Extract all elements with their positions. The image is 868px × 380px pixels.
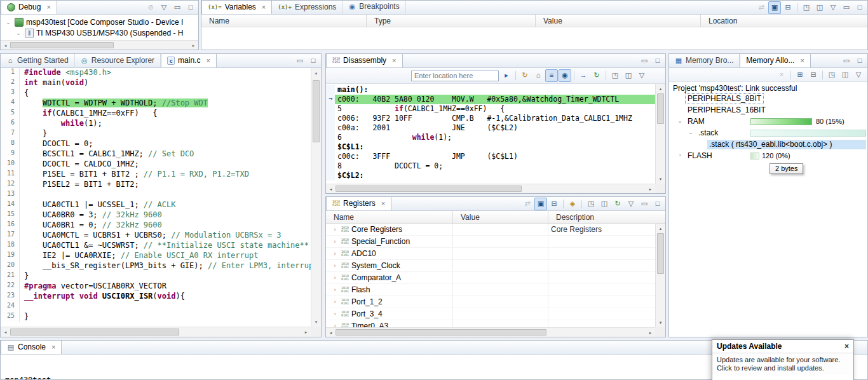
scroll-left-button[interactable]: ◂ bbox=[1, 327, 10, 337]
memory-tree-item[interactable]: .stack ( rts430_eabi.lib<boot.c.obj> ) bbox=[669, 139, 867, 151]
scrollbar-track[interactable] bbox=[336, 328, 646, 337]
tab-registers[interactable]: 10100101 Registers × bbox=[326, 196, 391, 210]
minimize-icon[interactable]: ▭ bbox=[840, 55, 853, 67]
scrollbar-track[interactable] bbox=[10, 327, 301, 337]
expander-icon[interactable]: › bbox=[331, 224, 339, 235]
memory-tree-item[interactable]: ⌄RAM80 (15%) bbox=[669, 116, 867, 128]
tab-variables[interactable]: (x)=Variables× bbox=[201, 0, 272, 14]
scroll-right-button[interactable]: ▸ bbox=[301, 327, 311, 337]
close-icon[interactable]: × bbox=[392, 57, 396, 64]
go-to-location-button[interactable]: ▸ bbox=[500, 69, 513, 82]
scrollbar-thumb[interactable] bbox=[657, 233, 664, 274]
pin-view-icon[interactable]: ▣ bbox=[534, 198, 547, 210]
sync-with-pc-icon[interactable]: ◉ bbox=[559, 69, 571, 82]
tab-breakpoints[interactable]: ◉Breakpoints bbox=[342, 0, 405, 13]
view-menu-icon[interactable]: ▽ bbox=[635, 69, 648, 82]
maximize-icon[interactable]: □ bbox=[184, 1, 197, 14]
expander-icon[interactable]: › bbox=[331, 236, 339, 247]
minimize-icon[interactable]: ▭ bbox=[294, 55, 306, 67]
expander-icon[interactable]: › bbox=[676, 152, 684, 158]
scroll-up-button[interactable]: ▴ bbox=[656, 84, 665, 93]
scrollbar-thumb[interactable] bbox=[10, 42, 114, 48]
debug-tree-item[interactable]: ⌄msp430test [Code Composer Studio - Devi… bbox=[1, 17, 198, 27]
scrollbar-track[interactable] bbox=[656, 233, 665, 318]
expander-icon[interactable]: › bbox=[331, 320, 339, 327]
scrollbar-thumb[interactable] bbox=[336, 186, 522, 192]
scrollbar-track[interactable] bbox=[336, 184, 646, 193]
register-group-row[interactable]: ›10100101Timer0_A3 bbox=[326, 320, 655, 327]
close-icon[interactable]: × bbox=[46, 3, 50, 11]
maximize-icon[interactable]: □ bbox=[853, 1, 866, 14]
minimize-icon[interactable]: ▭ bbox=[171, 1, 184, 14]
debug-launch-tree[interactable]: ⌄msp430test [Code Composer Studio - Devi… bbox=[1, 15, 198, 38]
scroll-left-button[interactable]: ◂ bbox=[326, 184, 336, 193]
tab-memory-bro[interactable]: ▦Memory Bro... bbox=[669, 54, 740, 67]
show-logical-structure-icon[interactable]: ⇄ bbox=[755, 1, 768, 14]
expander-icon[interactable]: ⌄ bbox=[15, 30, 22, 36]
close-icon[interactable]: × bbox=[51, 343, 55, 351]
expander-icon[interactable]: ⌄ bbox=[4, 19, 12, 25]
close-icon[interactable]: × bbox=[800, 57, 804, 64]
register-group-row[interactable]: ›10100101Special_Function bbox=[326, 236, 655, 248]
expander-icon[interactable]: ⌄ bbox=[676, 118, 684, 124]
scroll-down-button[interactable]: ▾ bbox=[656, 318, 665, 327]
expand-all-icon[interactable]: ⊞ bbox=[794, 69, 806, 81]
collapse-all-icon[interactable]: ⊟ bbox=[782, 1, 794, 14]
memory-tree-item[interactable]: PERIPHERALS_16BIT bbox=[669, 105, 867, 116]
link-with-debug-icon[interactable]: ⇄ bbox=[521, 198, 534, 210]
close-icon[interactable]: × bbox=[262, 3, 266, 11]
scroll-up-button[interactable]: ▴ bbox=[656, 224, 665, 233]
location-input[interactable] bbox=[411, 71, 499, 81]
vertical-scrollbar[interactable]: ▴ ▾ bbox=[655, 84, 665, 184]
view-menu-icon[interactable]: ▽ bbox=[827, 1, 839, 14]
debug-tree-item[interactable]: ⌄∥TI MSP430 USB1/MSP430 (Suspended - H bbox=[1, 27, 198, 38]
tab-expressions[interactable]: (x)+Expressions bbox=[272, 1, 342, 14]
scroll-right-button[interactable]: ▸ bbox=[646, 184, 655, 193]
maximize-icon[interactable]: □ bbox=[651, 198, 664, 210]
tab-console[interactable]: ▤ Console × bbox=[1, 340, 62, 354]
expander-icon[interactable]: › bbox=[331, 284, 339, 295]
open-new-view-icon[interactable]: ◳ bbox=[609, 69, 621, 82]
scroll-right-button[interactable]: ▸ bbox=[189, 41, 198, 50]
scroll-left-button[interactable]: ◂ bbox=[326, 328, 336, 337]
register-group-row[interactable]: ›10100101Port_3_4 bbox=[326, 308, 655, 320]
expander-icon[interactable]: › bbox=[331, 272, 339, 283]
scroll-right-button[interactable]: ▸ bbox=[646, 328, 655, 337]
maximize-icon[interactable]: □ bbox=[307, 55, 320, 67]
registers-table[interactable]: ›10100101Core RegistersCore Registers›10… bbox=[326, 224, 655, 327]
vertical-scrollbar[interactable]: ▴ ▾ bbox=[655, 224, 665, 327]
register-group-row[interactable]: ›10100101Port_1_2 bbox=[326, 296, 655, 308]
tab-getting-started[interactable]: ⌂Getting Started bbox=[1, 53, 75, 67]
variables-table-body[interactable] bbox=[201, 27, 867, 50]
register-group-row[interactable]: ›10100101Comparator_A bbox=[326, 272, 655, 284]
refresh-icon[interactable]: ↻ bbox=[519, 69, 531, 82]
collapse-all-icon[interactable]: ⊟ bbox=[548, 198, 560, 210]
home-icon[interactable]: ⌂ bbox=[532, 69, 545, 82]
memory-tree-item[interactable]: PERIPHERALS_8BIT bbox=[669, 93, 867, 105]
scrollbar-thumb[interactable] bbox=[10, 329, 179, 336]
code-editor[interactable]: 1#include <msp430.h>2int main(void)3{4 W… bbox=[1, 68, 311, 327]
jump-to-pc-icon[interactable]: → bbox=[577, 69, 590, 82]
register-group-row[interactable]: ›10100101Flash bbox=[326, 284, 655, 296]
scrollbar-thumb[interactable] bbox=[313, 80, 320, 142]
scroll-left-button[interactable]: ◂ bbox=[1, 41, 10, 50]
register-group-row[interactable]: ›10100101System_Clock bbox=[326, 260, 655, 272]
expander-icon[interactable]: › bbox=[331, 296, 339, 308]
expander-icon[interactable]: ⌄ bbox=[687, 129, 695, 135]
view-menu-icon[interactable]: ▽ bbox=[625, 198, 637, 210]
tab-debug[interactable]: Debug × bbox=[1, 0, 57, 14]
close-icon[interactable]: × bbox=[206, 57, 210, 64]
open-new-view-icon[interactable]: ◳ bbox=[800, 1, 813, 14]
tab-memory-allo[interactable]: Memory Allo...× bbox=[740, 53, 810, 67]
tab-disassembly[interactable]: 10100101 Disassembly × bbox=[326, 53, 403, 67]
horizontal-scrollbar[interactable]: ◂ ▸ bbox=[1, 40, 198, 50]
split-view-icon[interactable]: ◫ bbox=[813, 1, 826, 14]
horizontal-scrollbar[interactable]: ◂ ▸ bbox=[326, 327, 655, 337]
scrollbar-track[interactable] bbox=[10, 41, 189, 50]
clear-icon[interactable]: × bbox=[775, 69, 788, 81]
view-menu-icon[interactable]: ▽ bbox=[852, 69, 865, 81]
split-view-icon[interactable]: ◫ bbox=[598, 198, 611, 210]
open-new-view-icon[interactable]: ◳ bbox=[825, 69, 838, 81]
minimize-icon[interactable]: ▭ bbox=[638, 55, 651, 67]
scrollbar-thumb[interactable] bbox=[336, 329, 546, 336]
